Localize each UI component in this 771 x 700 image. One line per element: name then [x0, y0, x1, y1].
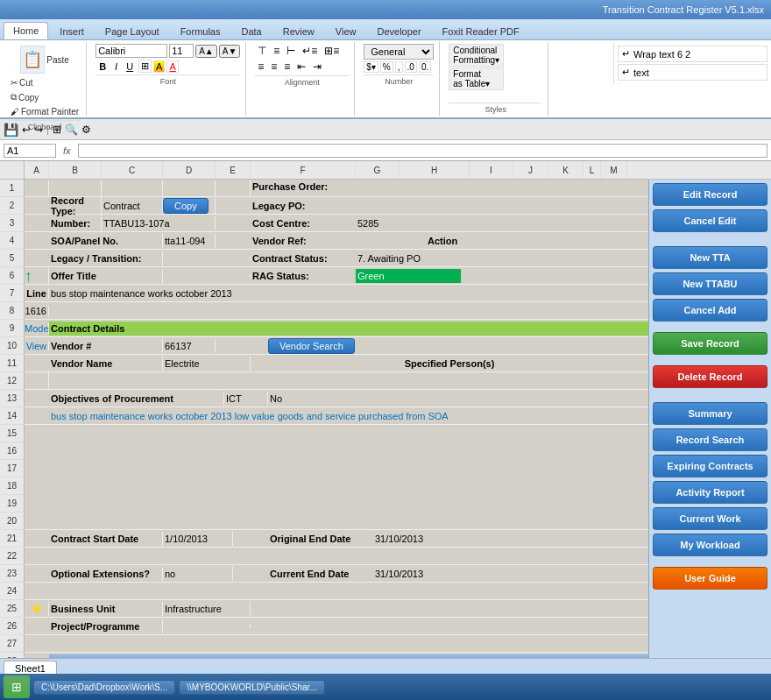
cell-h4[interactable] — [356, 239, 426, 243]
wrap-text-btn[interactable]: ↵≡ — [300, 44, 320, 58]
cell-c11-value[interactable]: Electrite — [163, 357, 251, 371]
font-name-input[interactable] — [95, 44, 167, 58]
cell-c1[interactable] — [102, 180, 163, 196]
comma-btn[interactable]: , — [395, 61, 403, 73]
font-color-btn[interactable]: A — [166, 60, 178, 73]
cell-b3-label[interactable]: Number: — [49, 216, 102, 230]
cell-e1[interactable] — [216, 180, 251, 196]
decrease-decimal-btn[interactable]: 0. — [419, 61, 431, 73]
format-painter-button[interactable]: 🖌Format Painter — [9, 105, 81, 118]
paste-button[interactable]: 📋 Paste — [9, 44, 81, 75]
align-right-btn[interactable]: ≡ — [281, 60, 293, 74]
cell-f6-label[interactable]: RAG Status: — [251, 269, 356, 283]
cell-h3-value[interactable]: 5285 — [356, 216, 426, 230]
number-format-select[interactable]: General Number Currency Date — [364, 44, 434, 60]
percent-btn[interactable]: % — [380, 61, 393, 73]
qat-icon3[interactable]: ⚙ — [81, 124, 91, 136]
cell-b6-label[interactable]: Offer Title — [49, 269, 163, 283]
cell-f11-specified[interactable]: Specified Person(s) — [251, 358, 648, 369]
cell-b5-label[interactable]: Legacy / Transition: — [49, 251, 163, 265]
cell-c2-value[interactable]: Contract — [102, 199, 163, 213]
tab-formulas[interactable]: Formulas — [171, 23, 230, 39]
align-center-btn[interactable]: ≡ — [268, 60, 279, 74]
cell-f2-label[interactable]: Legacy PO: — [251, 199, 356, 213]
cell-f4-label[interactable]: Vendor Ref: — [251, 234, 356, 248]
cell-f22-label[interactable]: Original End Date — [268, 532, 373, 546]
activity-report-button[interactable]: Activity Report — [653, 481, 767, 504]
cell-f3-label[interactable]: Cost Centre: — [251, 216, 356, 230]
cell-f24-label[interactable]: Current End Date — [268, 567, 373, 581]
cell-e10-vendorsearch[interactable]: Vendor Search — [251, 338, 355, 354]
vendor-search-button[interactable]: Vendor Search — [268, 338, 355, 354]
align-left-btn[interactable]: ≡ — [255, 60, 266, 74]
tab-review[interactable]: Review — [273, 23, 324, 39]
tab-page-layout[interactable]: Page Layout — [95, 23, 169, 39]
cell-d13-ict[interactable]: ICT — [224, 392, 268, 406]
indent-increase-btn[interactable]: ⇥ — [310, 60, 324, 74]
cell-c10-value[interactable]: 66137 — [163, 339, 216, 353]
cancel-edit-button[interactable]: Cancel Edit — [653, 209, 767, 232]
cell-f1[interactable]: Purchase Order: — [251, 180, 513, 196]
user-guide-button[interactable]: User Guide — [653, 567, 767, 590]
cell-f5-label[interactable]: Contract Status: — [251, 251, 356, 265]
underline-button[interactable]: U — [123, 60, 137, 73]
tab-developer[interactable]: Developer — [367, 23, 430, 39]
cell-h6-value[interactable]: Green — [356, 269, 461, 283]
cell-b7-offer[interactable]: bus stop maintenance works october 2013 — [49, 286, 648, 301]
cell-b27-label[interactable]: Project/Programme — [49, 619, 163, 633]
cell-c3-value[interactable]: TTABU13-107a — [102, 216, 216, 230]
tab-home[interactable]: Home — [4, 22, 48, 39]
tab-foxit[interactable]: Foxit Reader PDF — [433, 23, 529, 39]
cell-d1[interactable] — [163, 180, 216, 196]
wrap-text-6-2-btn[interactable]: ↵ Wrap text 6 2 — [618, 46, 767, 62]
save-record-button[interactable]: Save Record — [653, 332, 767, 355]
decrease-font-btn[interactable]: A▼ — [219, 45, 241, 58]
cell-e13-no[interactable]: No — [268, 392, 303, 406]
increase-font-btn[interactable]: A▲ — [195, 45, 217, 58]
tab-data[interactable]: Data — [231, 23, 271, 39]
border-btn[interactable]: ⊞ — [138, 60, 152, 73]
copy-button[interactable]: ⧉Copy — [9, 90, 40, 104]
cell-b2-label[interactable]: Record Type: — [49, 194, 102, 218]
conditional-formatting-btn[interactable]: ConditionalFormatting▾ — [449, 44, 504, 67]
new-ttabu-button[interactable]: New TTABU — [653, 272, 767, 295]
cell-b29-header[interactable]: Procurement Process — [49, 654, 648, 659]
wrap-text-label-btn[interactable]: ↵ text — [618, 64, 767, 81]
increase-decimal-btn[interactable]: .0 — [405, 61, 417, 73]
format-as-table-btn[interactable]: Formatas Table▾ — [449, 67, 504, 90]
align-top-left-btn[interactable]: ⊤ — [255, 44, 269, 58]
highlight-btn[interactable]: A — [153, 60, 165, 73]
cell-h24-value[interactable]: 31/10/2013 — [373, 567, 461, 581]
align-top-right-btn[interactable]: ⊢ — [284, 44, 298, 58]
cell-c24-value[interactable]: no — [163, 567, 233, 581]
cut-button[interactable]: ✂Cut — [9, 76, 35, 89]
cell-b11-label[interactable]: Vendor Name — [49, 357, 163, 371]
cell-b22-label[interactable]: Contract Start Date — [49, 532, 163, 546]
tab-view[interactable]: View — [326, 23, 366, 39]
cell-c5-value[interactable] — [163, 257, 251, 260]
cell-d2[interactable]: Copy — [163, 198, 216, 214]
cell-b12[interactable] — [49, 372, 648, 389]
start-button[interactable]: ⊞ — [4, 675, 30, 698]
indent-decrease-btn[interactable]: ⇤ — [294, 60, 308, 74]
delete-record-button[interactable]: Delete Record — [653, 365, 767, 388]
cell-c22-value[interactable]: 1/10/2013 — [163, 532, 233, 546]
bold-button[interactable]: B — [95, 60, 110, 73]
cell-c26-value[interactable]: Infrastructure — [163, 602, 251, 616]
cell-h22-value[interactable]: 31/10/2013 — [373, 532, 461, 546]
cell-a1[interactable] — [25, 180, 49, 196]
copy-button[interactable]: Copy — [163, 198, 209, 214]
cell-b14-desc[interactable]: bus stop maintenance works october 2013 … — [49, 409, 648, 423]
cell-b13-label[interactable]: Objectives of Procurement — [49, 392, 224, 406]
cell-i4-action[interactable]: Action — [426, 234, 470, 248]
cell-reference-input[interactable] — [4, 144, 56, 158]
taskbar-item-2[interactable]: \\MYBOOKWORLD\Public\Shar... — [179, 680, 324, 695]
cell-c4-value[interactable]: tta11-094 — [163, 234, 216, 248]
cell-b4-label[interactable]: SOA/Panel No. — [49, 234, 163, 248]
tab-insert[interactable]: Insert — [50, 23, 94, 39]
merge-btn[interactable]: ⊞≡ — [322, 44, 342, 58]
cell-b9-header[interactable]: Contract Details — [49, 322, 648, 336]
cell-a12[interactable] — [25, 372, 49, 389]
formula-input[interactable] — [78, 144, 767, 158]
cell-b24-label[interactable]: Optional Extensions? — [49, 567, 163, 581]
